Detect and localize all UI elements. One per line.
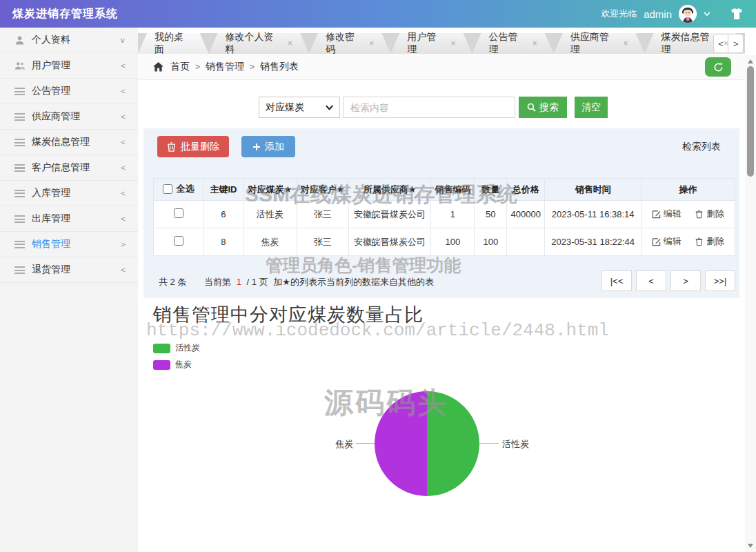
breadcrumb-sales[interactable]: 销售管理 [206,61,244,73]
list-icon [14,188,26,198]
clear-button[interactable]: 清空 [575,97,608,118]
breadcrumb-home[interactable]: 首页 [170,61,190,73]
app-title: 煤炭进销存管理系统 [12,7,118,21]
theme-tshirt-icon[interactable] [730,8,744,20]
breadcrumb-separator: > [250,62,255,72]
edit-button[interactable]: 编辑 [652,235,682,248]
cell-id: 6 [203,201,243,228]
row-checkbox[interactable] [174,208,183,218]
scroll-down-icon[interactable] [745,541,756,551]
column-header: 全选 [176,183,194,195]
username[interactable]: admin [644,8,672,20]
avatar-cartoon [679,5,697,23]
column-header: 对应煤炭★ [243,179,297,201]
sidebar-item-profile[interactable]: 个人资料 ∨ [0,28,138,53]
column-header: 对应客户★ [297,179,348,201]
sidebar-item-label: 公告管理 [32,85,121,97]
close-icon[interactable]: × [724,39,728,48]
cell-qty: 100 [475,228,507,256]
edit-icon [652,210,661,219]
scrollbar-thumb[interactable] [747,66,754,177]
add-button[interactable]: 添加 [241,136,295,157]
avatar[interactable] [679,5,697,23]
close-icon[interactable]: × [450,39,455,48]
tab-my-desktop[interactable]: 我的桌面 [138,33,209,54]
cell-customer: 张三 [297,201,348,228]
pie-label-coke: 焦炭 [332,438,353,451]
sidebar-item-announcements[interactable]: 公告管理 < [0,79,138,104]
cell-total [507,228,545,256]
list-icon [14,86,26,96]
search-input[interactable] [343,97,515,118]
sidebar-item-inbound[interactable]: 入库管理 < [0,181,138,206]
column-header: 主键ID [203,179,243,201]
delete-button[interactable]: 删除 [695,235,724,248]
legend-item-coke[interactable]: 焦炭 [153,359,192,371]
batch-delete-button[interactable]: 批量删除 [157,136,229,157]
users-icon [14,61,26,70]
list-icon [14,239,26,249]
close-icon[interactable]: × [288,39,292,48]
table-row: 8 焦炭 张三 安徽皖晋煤炭公司 100 100 2023-05-31 18:2… [154,228,735,256]
first-page-button[interactable]: |<< [601,270,632,291]
tab-announcements[interactable]: 公告管理× [472,33,553,54]
row-checkbox[interactable] [174,236,183,246]
close-icon[interactable]: × [369,39,374,48]
search-button[interactable]: 搜索 [519,97,567,118]
chevron-collapsed-icon: < [121,61,126,70]
trash-icon [695,210,704,219]
sidebar-item-users[interactable]: 用户管理 < [0,53,138,79]
legend-swatch-green [153,344,170,353]
list-icon [14,163,26,172]
table-header-row: 全选 主键ID 对应煤炭★ 对应客户★ 所属供应商★ 销售编码 数量 总价格 销… [154,179,735,201]
tab-bar: 我的桌面 修改个人资料× 修改密码× 用户管理× 公告管理× 供应商管理× 煤炭… [138,33,745,54]
close-icon[interactable]: × [624,39,628,48]
user-menu-chevron-icon[interactable] [704,10,710,17]
sidebar-item-returns[interactable]: 退货管理 < [0,257,138,283]
sidebar-item-suppliers[interactable]: 供应商管理 < [0,104,138,130]
select-chevron-icon [326,105,333,110]
tab-scroll-right-button[interactable]: > [728,34,744,53]
sidebar-item-coal-info[interactable]: 煤炭信息管理 < [0,130,138,155]
sidebar-item-label: 销售管理 [32,238,121,250]
sidebar-item-outbound[interactable]: 出库管理 < [0,206,138,232]
close-icon[interactable]: × [533,39,537,48]
pagination-buttons: |<< < > >>| [601,270,735,291]
last-page-button[interactable]: >>| [705,270,735,291]
table-row: 6 活性炭 张三 安徽皖晋煤炭公司 1 50 400000 2023-05-11… [154,201,735,228]
prev-page-button[interactable]: < [636,270,666,291]
cell-code: 1 [431,201,475,228]
sidebar-item-label: 出库管理 [32,213,121,225]
pie-leader-line-left [356,443,375,444]
legend-swatch-purple [153,360,170,370]
next-page-button[interactable]: > [670,270,701,291]
trash-icon [167,142,176,152]
column-header: 销售编码 [431,179,475,201]
cell-customer: 张三 [297,228,348,256]
tab-suppliers[interactable]: 供应商管理× [554,33,645,54]
legend-item-active-carbon[interactable]: 活性炭 [153,342,200,354]
refresh-button[interactable] [705,57,731,77]
select-all-checkbox[interactable] [163,184,172,194]
search-icon [527,103,536,112]
chevron-expanded-icon: > [121,240,126,249]
scroll-up-icon[interactable] [745,57,756,66]
sidebar-item-customers[interactable]: 客户信息管理 < [0,155,138,181]
column-header: 数量 [475,179,507,201]
chevron-collapsed-icon: < [121,164,126,172]
home-icon [153,62,163,72]
page-total-label: / 1 页 [247,277,268,287]
tab-change-password[interactable]: 修改密码× [309,33,390,54]
delete-button[interactable]: 删除 [695,208,724,220]
edit-button[interactable]: 编辑 [652,208,682,220]
list-icon [14,214,26,224]
cell-coal: 活性炭 [243,201,297,228]
sidebar-item-label: 客户信息管理 [32,161,121,174]
current-page-number: 1 [237,277,241,287]
tab-edit-profile[interactable]: 修改个人资料× [209,33,309,54]
refresh-icon [713,62,724,72]
filter-select[interactable]: 对应煤炭 [259,97,340,118]
tab-user-management[interactable]: 用户管理× [390,33,472,54]
sidebar-item-sales[interactable]: 销售管理 > [0,232,138,257]
sidebar-menu: 个人资料 ∨ 用户管理 < 公告管理 < 供应商管理 < 煤炭信息管理 < 客 [0,28,138,552]
